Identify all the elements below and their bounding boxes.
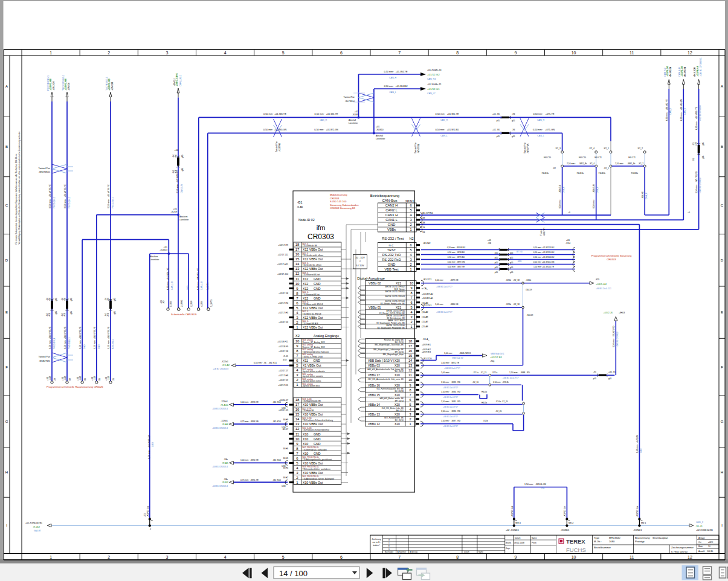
svg-text:X10 VBBs Out: X10 VBBs Out <box>303 471 323 475</box>
svg-text:0,50 mm² +01-W0-GN: 0,50 mm² +01-W0-GN <box>263 129 287 131</box>
svg-text:(15.A8: (15.A8 <box>422 316 428 318</box>
svg-text:5: 5 <box>282 51 285 55</box>
svg-text:Abschall: Abschall <box>349 119 356 121</box>
svg-text:10: 10 <box>410 281 413 285</box>
svg-text:X12 GND: X12 GND <box>303 287 321 290</box>
svg-text:-X6: -X6 <box>512 129 515 131</box>
svg-text:X12 VBBs Out: X12 VBBs Out <box>303 248 323 251</box>
svg-text:X10 VBBs Out: X10 VBBs Out <box>303 461 323 465</box>
svg-text:+01/12.G2: +01/12.G2 <box>427 73 440 76</box>
svg-text:3: 3 <box>410 258 411 262</box>
svg-text:X10 GND: X10 GND <box>303 432 321 436</box>
svg-text:0,50 mm² -W_: 0,50 mm² -W_ <box>254 362 268 364</box>
svg-text:Änderung: Änderung <box>410 551 417 553</box>
svg-text:16: 16 <box>295 408 300 411</box>
svg-text:Mobilsteuerung: Mobilsteuerung <box>330 193 347 196</box>
svg-text:CAN_0: CAN_0 <box>596 187 599 193</box>
svg-text:+8H03: +8H03 <box>619 312 625 314</box>
svg-text:Twisted Pair: Twisted Pair <box>38 167 50 170</box>
svg-text:B: B <box>5 145 8 149</box>
svg-text:-XGND 1cb: -XGND 1cb <box>564 506 566 517</box>
svg-text:13: 13 <box>295 422 300 426</box>
svg-text:B.H2: B.H2 <box>283 477 288 479</box>
svg-text:a: a <box>388 548 390 550</box>
svg-text:0,50 mm²: 0,50 mm² <box>559 199 561 208</box>
svg-text:VBBs: VBBs <box>387 228 396 231</box>
svg-text:-X2_2: -X2_2 <box>638 162 643 165</box>
svg-text:T31 Greifer lks. öffnen: T31 Greifer lks. öffnen <box>303 264 322 266</box>
svg-text:BH /20/1B: BH /20/1B <box>395 390 404 393</box>
svg-text:1680: 1680 <box>609 540 615 543</box>
svg-text:-X8b: -X8b <box>224 458 228 461</box>
svg-text:X20: X20 <box>395 412 400 416</box>
svg-text:-B1:X10: -B1:X10 <box>272 479 281 481</box>
svg-text:-X8: -X8 <box>488 242 491 245</box>
svg-text:8: 8 <box>410 291 412 295</box>
svg-text:VBBo 13: VBBo 13 <box>368 412 380 416</box>
svg-text:+06: +06 <box>175 149 178 152</box>
svg-text:/1.J1: /1.J1 <box>283 355 288 358</box>
svg-text:4: 4 <box>410 253 411 257</box>
svg-text:5: 5 <box>410 306 412 309</box>
svg-text:2,50 mm²: 2,50 mm² <box>567 162 576 165</box>
svg-text:3B: 3B <box>422 222 425 224</box>
svg-text:Steuerung Kabinenboden: Steuerung Kabinenboden <box>330 204 359 207</box>
svg-text:Twisted: Twisted <box>540 229 543 236</box>
svg-text:3_BU6: 3_BU6 <box>190 301 193 307</box>
svg-text:0,50 mm² +B1-W7B-YE: 0,50 mm² +B1-W7B-YE <box>64 184 66 208</box>
svg-text:X12 VBBs Out: X12 VBBs Out <box>303 257 323 261</box>
svg-text:0,50 mm² +B1-W5.GN: 0,50 mm² +B1-W5.GN <box>680 99 683 121</box>
svg-text:+GB B1 Da:0-9*1?: +GB B1 Da:0-9*1? <box>443 416 458 418</box>
svg-text:Prototyp: Prototyp <box>635 540 645 543</box>
svg-text:-XLB9: -XLB9 <box>352 114 358 116</box>
svg-text:0,50 mm² -W99-BU: 0,50 mm² -W99-BU <box>448 256 465 258</box>
svg-text:-X5: -X5 <box>593 371 596 373</box>
svg-text:Programmierschnittstelle Haupt: Programmierschnittstelle Hauptsteuerung … <box>47 385 103 388</box>
svg-text:g05: g05 <box>510 252 514 254</box>
svg-text:B.H9: B.H9 <box>283 419 288 421</box>
svg-text:GA/0.87: GA/0.87 <box>34 530 41 532</box>
svg-text:+06 -X5: +06 -X5 <box>608 371 616 373</box>
svg-text:Peeti: Peeti <box>532 542 536 544</box>
svg-text:TEREX: TEREX <box>566 538 585 545</box>
svg-text:Node-ID 02: Node-ID 02 <box>298 218 315 222</box>
svg-text:M6:1: M6:1 <box>641 522 646 524</box>
svg-text:BHT/M OUT/D.7/P/G03: BHT/M OUT/D.7/P/G03 <box>385 295 405 298</box>
svg-text:1: 1 <box>50 51 52 55</box>
svg-text:g05: g05 <box>55 311 57 315</box>
svg-text:/9.J12: /9.J12 <box>33 525 40 528</box>
svg-text:0,50 mm² +B1-W7B,YE: 0,50 mm² +B1-W7B,YE <box>108 326 110 349</box>
svg-text:+02 -XGND1: +02 -XGND1 <box>506 529 519 531</box>
svg-text:+LB B1 CR0303.4: +LB B1 CR0303.4 <box>212 485 228 487</box>
svg-text:-B1:X21: -B1:X21 <box>423 303 432 306</box>
svg-text:T31 Drehkab. BK: T31 Drehkab. BK <box>303 245 318 247</box>
svg-text:+03V0.H8: +03V0.H8 <box>49 79 52 91</box>
svg-text:15: 15 <box>295 257 300 261</box>
svg-text:+GB B1 Da:0-9*1?: +GB B1 Da:0-9*1? <box>443 387 458 389</box>
svg-text:2: 2 <box>108 51 110 55</box>
svg-text:10: 10 <box>572 555 576 559</box>
svg-text:CAN_H4: CAN_H4 <box>427 78 436 80</box>
svg-text:g05: g05 <box>70 311 72 315</box>
svg-text:CAN_H: CAN_H <box>537 119 545 121</box>
svg-text:+GB B1 Da:0-9*1?: +GB B1 Da:0-9*1? <box>443 406 458 408</box>
svg-text:-X2:1a: -X2:1a <box>492 371 498 374</box>
svg-text:6: 6 <box>410 243 411 247</box>
svg-text:1,00 mm²: 1,00 mm² <box>441 371 450 374</box>
svg-text:+07b,B,M: +07b,B,M <box>593 184 595 193</box>
svg-text:0,50 mm² +B1-W7B,YE: 0,50 mm² +B1-W7B,YE <box>94 326 96 349</box>
svg-text:g05: g05 <box>510 262 514 264</box>
svg-text:0,50 mm² +B1-W7B,YE: 0,50 mm² +B1-W7B,YE <box>79 326 82 349</box>
svg-text:g05: g05 <box>181 168 184 172</box>
svg-text:1/1B: 1/1B <box>282 485 286 487</box>
svg-text:/9.A10: /9.A10 <box>221 403 228 406</box>
svg-text:-X22: -X22 <box>79 376 82 380</box>
svg-text:1,50 mm² -W_N74.RD: 1,50 mm² -W_N74.RD <box>613 326 615 347</box>
svg-text:-X2_20: -X2_20 <box>495 410 502 412</box>
svg-text:g05: g05 <box>510 257 514 259</box>
svg-text:+01: +01 <box>566 239 570 242</box>
svg-text:17: 17 <box>295 403 300 406</box>
svg-text:GND: GND <box>187 285 189 290</box>
svg-text:17: 17 <box>295 248 300 251</box>
svg-text:-W82TW4m: -W82TW4m <box>39 171 50 173</box>
